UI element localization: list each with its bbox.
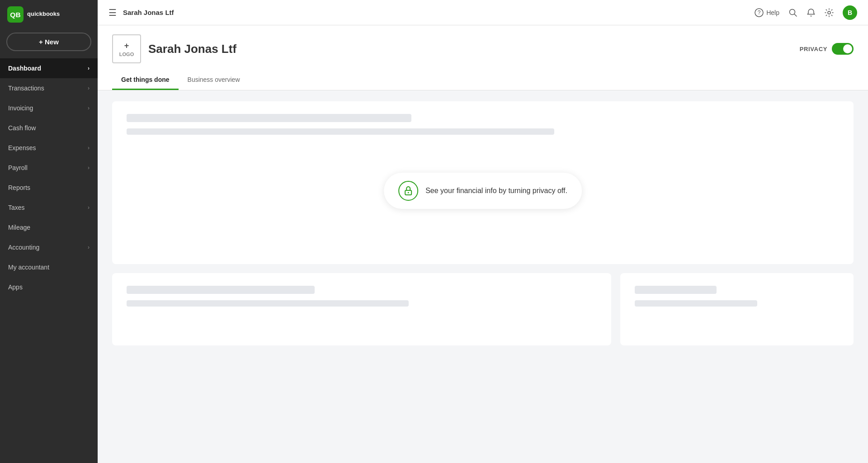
chevron-right-icon: › <box>88 204 90 211</box>
sidebar-logo: QB quickbooks <box>0 0 98 29</box>
chevron-right-icon: › <box>88 165 90 171</box>
topbar-right: ? Help B <box>755 5 857 20</box>
help-label: Help <box>766 9 779 16</box>
topbar-company-title: Sarah Jonas Ltf <box>123 9 174 16</box>
new-button[interactable]: + New <box>6 33 91 51</box>
skeleton-line-5 <box>635 286 717 294</box>
sidebar-item-label: Payroll <box>8 164 28 171</box>
svg-text:?: ? <box>758 9 761 16</box>
svg-text:QB: QB <box>10 11 20 19</box>
sidebar-item-label: Transactions <box>8 85 44 92</box>
topbar: ☰ Sarah Jonas Ltf ? Help <box>98 0 868 25</box>
sidebar-item-dashboard[interactable]: Dashboard › <box>0 58 98 78</box>
svg-line-6 <box>794 14 797 16</box>
privacy-message: See your financial info by turning priva… <box>425 187 567 195</box>
page-header: + LOGO Sarah Jonas Ltf PRIVACY Get thing… <box>98 25 868 90</box>
sidebar-item-reports[interactable]: Reports <box>0 178 98 198</box>
company-logo[interactable]: + LOGO <box>112 34 141 63</box>
user-avatar[interactable]: B <box>843 5 857 20</box>
sidebar-item-label: Cash flow <box>8 124 36 132</box>
sidebar-item-invoicing[interactable]: Invoicing › <box>0 98 98 118</box>
chevron-right-icon: › <box>88 65 90 71</box>
sidebar-item-label: My accountant <box>8 264 49 271</box>
sidebar-item-label: Mileage <box>8 224 30 231</box>
quickbooks-wordmark: quickbooks <box>27 9 72 20</box>
company-row: + LOGO Sarah Jonas Ltf PRIVACY <box>112 34 854 63</box>
sidebar-item-label: Expenses <box>8 144 36 151</box>
tab-get-things-done[interactable]: Get things done <box>112 71 179 90</box>
sidebar-nav: Dashboard › Transactions › Invoicing › C… <box>0 58 98 297</box>
gear-icon <box>825 8 834 17</box>
sidebar-item-label: Reports <box>8 184 30 191</box>
skeleton-line-6 <box>635 300 757 307</box>
chevron-right-icon: › <box>88 145 90 151</box>
page-body: See your financial info by turning priva… <box>98 90 868 356</box>
chevron-right-icon: › <box>88 105 90 111</box>
sidebar-item-expenses[interactable]: Expenses › <box>0 138 98 158</box>
logo-text: LOGO <box>119 52 134 57</box>
company-name: Sarah Jonas Ltf <box>148 42 236 56</box>
sidebar-item-apps[interactable]: Apps <box>0 277 98 297</box>
tab-business-overview[interactable]: Business overview <box>179 71 249 90</box>
sidebar-item-payroll[interactable]: Payroll › <box>0 158 98 178</box>
topbar-left: ☰ Sarah Jonas Ltf <box>108 7 174 18</box>
bell-icon <box>807 8 816 17</box>
help-button[interactable]: ? Help <box>755 8 779 17</box>
help-icon: ? <box>755 8 764 17</box>
sidebar-item-transactions[interactable]: Transactions › <box>0 78 98 98</box>
bottom-card-left <box>112 273 611 345</box>
svg-text:quickbooks: quickbooks <box>27 10 60 17</box>
sidebar-item-label: Apps <box>8 283 23 291</box>
page-content: + LOGO Sarah Jonas Ltf PRIVACY Get thing… <box>98 25 868 463</box>
skeleton-line-4 <box>127 300 409 307</box>
sidebar-item-label: Accounting <box>8 244 39 251</box>
privacy-control: PRIVACY <box>800 43 854 55</box>
lock-icon-circle <box>398 181 418 201</box>
quickbooks-logo: QB <box>7 6 24 23</box>
main-content-card: See your financial info by turning priva… <box>112 101 854 264</box>
chevron-right-icon: › <box>88 85 90 91</box>
bottom-card-right <box>620 273 854 345</box>
chevron-right-icon: › <box>88 244 90 250</box>
sidebar-item-accounting[interactable]: Accounting › <box>0 237 98 257</box>
svg-point-9 <box>408 192 409 194</box>
sidebar-item-label: Invoicing <box>8 104 33 112</box>
sidebar-item-myaccountant[interactable]: My accountant <box>0 257 98 277</box>
company-info: + LOGO Sarah Jonas Ltf <box>112 34 236 63</box>
svg-point-7 <box>828 11 830 14</box>
tabs-container: Get things done Business overview <box>112 71 854 90</box>
sidebar-item-label: Dashboard <box>8 65 41 72</box>
settings-button[interactable] <box>825 8 834 17</box>
skeleton-line-3 <box>127 286 315 294</box>
sidebar-item-cashflow[interactable]: Cash flow <box>0 118 98 138</box>
main-content: ☰ Sarah Jonas Ltf ? Help <box>98 0 868 463</box>
sidebar-item-taxes[interactable]: Taxes › <box>0 198 98 217</box>
search-icon <box>788 8 797 17</box>
bottom-cards-row <box>112 273 854 345</box>
skeleton-line-2 <box>127 128 554 135</box>
sidebar: QB quickbooks + New Dashboard › Transact… <box>0 0 98 463</box>
hamburger-icon[interactable]: ☰ <box>108 7 117 18</box>
search-button[interactable] <box>788 8 797 17</box>
sidebar-item-mileage[interactable]: Mileage <box>0 217 98 237</box>
logo-plus-icon: + <box>124 41 129 51</box>
notifications-button[interactable] <box>807 8 816 17</box>
privacy-toggle[interactable] <box>832 43 854 55</box>
lock-icon <box>403 185 414 196</box>
privacy-label: PRIVACY <box>800 46 827 52</box>
skeleton-line-1 <box>127 114 411 122</box>
sidebar-item-label: Taxes <box>8 204 25 211</box>
privacy-overlay: See your financial info by turning priva… <box>384 173 582 209</box>
